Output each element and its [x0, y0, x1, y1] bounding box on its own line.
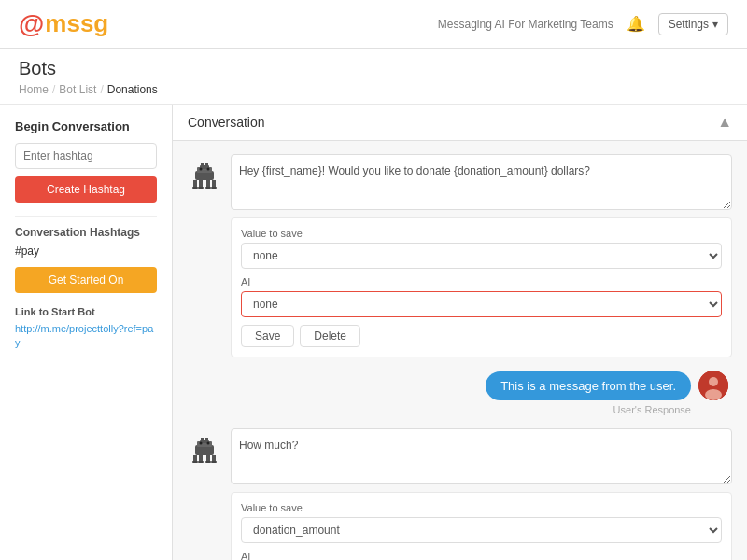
svg-point-32	[207, 442, 210, 445]
page-title: Bots	[19, 58, 728, 79]
delete-button-1[interactable]: Delete	[300, 325, 360, 347]
svg-rect-23	[206, 455, 210, 462]
breadcrumb-current: Donations	[107, 83, 158, 96]
user-message-bubble: This is a message from the user.	[486, 371, 691, 400]
collapse-button[interactable]: ▲	[717, 114, 732, 131]
breadcrumb-sep-1: /	[52, 83, 55, 96]
conversation-header: Conversation ▲	[173, 105, 747, 141]
user-avatar	[698, 371, 728, 400]
breadcrumb-bot-list[interactable]: Bot List	[59, 83, 96, 96]
svg-rect-7	[192, 187, 198, 189]
breadcrumb: Home / Bot List / Donations	[19, 83, 728, 96]
svg-rect-27	[205, 461, 211, 463]
svg-rect-29	[201, 438, 204, 441]
message-controls-2: Value to save donation_amount none AI pa…	[231, 492, 732, 560]
top-nav: @ mssg Messaging AI For Marketing Teams …	[0, 0, 747, 49]
logo: @ mssg	[19, 9, 108, 39]
value-to-save-select-2[interactable]: donation_amount none	[241, 517, 722, 543]
get-started-label: Get Started On	[49, 273, 124, 287]
link-start-url[interactable]: http://m.me/projecttolly?ref=pay	[15, 323, 153, 348]
bot-message-content-1: Hey {first_name}! Would you like to dona…	[231, 154, 732, 357]
save-button-1[interactable]: Save	[241, 325, 294, 347]
control-buttons-1: Save Delete	[241, 325, 722, 347]
chevron-down-icon: ▾	[712, 18, 718, 31]
user-avatar-inner	[698, 371, 728, 400]
svg-rect-28	[211, 461, 217, 463]
value-to-save-select-1[interactable]: none donation_amount	[241, 243, 722, 269]
svg-rect-6	[212, 180, 216, 188]
bot-avatar-1	[188, 156, 221, 189]
conversation-title: Conversation	[188, 115, 265, 130]
svg-rect-30	[205, 438, 208, 441]
ai-label-2: AI	[241, 551, 722, 560]
link-start-label: Link to Start Bot	[15, 306, 157, 317]
svg-rect-9	[205, 187, 211, 189]
nav-right: Messaging AI For Marketing Teams 🔔 Setti…	[438, 13, 728, 35]
svg-rect-22	[199, 455, 203, 462]
svg-rect-12	[205, 163, 208, 166]
user-response-label: User's Response	[613, 404, 728, 415]
sidebar-divider	[15, 216, 157, 217]
nav-tagline: Messaging AI For Marketing Teams	[438, 18, 613, 31]
svg-point-14	[207, 168, 210, 171]
bot-message-row-1: Hey {first_name}! Would you like to dona…	[188, 154, 732, 357]
svg-rect-4	[199, 180, 203, 188]
svg-rect-5	[206, 180, 210, 188]
svg-rect-10	[211, 187, 217, 189]
settings-label: Settings	[669, 18, 709, 31]
logo-text: mssg	[45, 9, 108, 38]
user-message-bubble-row: This is a message from the user.	[486, 371, 728, 400]
bot-message-textarea-1[interactable]: Hey {first_name}! Would you like to dona…	[231, 154, 732, 210]
bot-message-textarea-2[interactable]: How much?	[231, 428, 732, 484]
svg-point-13	[200, 168, 203, 171]
breadcrumb-sep-2: /	[100, 83, 103, 96]
settings-button[interactable]: Settings ▾	[658, 13, 728, 35]
hashtag-item: #pay	[15, 245, 157, 258]
svg-rect-25	[192, 461, 198, 463]
ai-label-1: AI	[241, 276, 722, 287]
value-to-save-label-1: Value to save	[241, 228, 722, 239]
svg-rect-3	[193, 180, 197, 188]
bell-icon[interactable]: 🔔	[627, 15, 645, 33]
svg-point-16	[709, 377, 718, 386]
hashtag-input[interactable]	[15, 143, 157, 169]
conversation-panel: Conversation ▲	[173, 105, 747, 560]
value-to-save-label-2: Value to save	[241, 502, 722, 513]
sidebar-title: Begin Conversation	[15, 119, 157, 133]
svg-rect-11	[201, 163, 204, 166]
ai-select-1[interactable]: none payment_new	[241, 291, 722, 317]
bot-avatar-2	[188, 430, 221, 464]
conversation-hashtags-label: Conversation Hashtags	[15, 226, 157, 239]
breadcrumb-home[interactable]: Home	[19, 83, 49, 96]
svg-rect-24	[212, 455, 216, 462]
bot-message-content-2: How much? Value to save donation_amount …	[231, 428, 732, 560]
conversation-body: Hey {first_name}! Would you like to dona…	[173, 141, 747, 560]
create-hashtag-button[interactable]: Create Hashtag	[15, 176, 157, 203]
svg-rect-21	[193, 455, 197, 462]
get-started-button[interactable]: Get Started On	[15, 267, 157, 293]
create-hashtag-label: Create Hashtag	[47, 183, 125, 196]
message-controls-1: Value to save none donation_amount AI no…	[231, 217, 732, 357]
page-header: Bots Home / Bot List / Donations	[0, 49, 747, 105]
svg-rect-26	[198, 461, 204, 463]
user-message-row: This is a message from the user. User's …	[188, 371, 732, 415]
logo-at-symbol: @	[19, 9, 44, 39]
svg-point-31	[200, 442, 203, 445]
main-layout: Begin Conversation Create Hashtag Conver…	[0, 105, 747, 560]
sidebar: Begin Conversation Create Hashtag Conver…	[0, 105, 173, 560]
svg-rect-8	[198, 187, 204, 189]
bot-message-row-2: How much? Value to save donation_amount …	[188, 428, 732, 560]
svg-point-17	[705, 389, 722, 400]
